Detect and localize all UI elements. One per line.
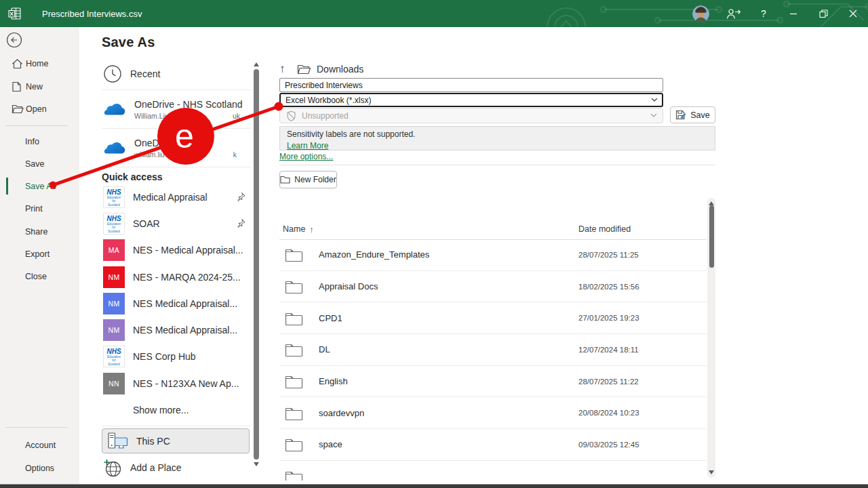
new-folder-button[interactable]: New Folder bbox=[279, 171, 337, 188]
window-title: Prescribed Interviews.csv bbox=[42, 0, 142, 27]
sidebar-item-save-as[interactable]: Save As bbox=[0, 175, 79, 197]
folder-icon bbox=[285, 342, 303, 357]
scrollbar-thumb[interactable] bbox=[709, 205, 714, 268]
places-scrollbar[interactable] bbox=[253, 62, 259, 479]
scrollbar-thumb[interactable] bbox=[254, 69, 259, 460]
learn-more-link[interactable]: Learn More bbox=[287, 141, 328, 150]
place-onedrive-nhs[interactable]: OneDrive - NHS Scotland William.Liu uk bbox=[103, 89, 250, 128]
save-location-panel: ↑ Downloads Excel Workbook (*.xlsx) Unsu… bbox=[279, 27, 715, 484]
add-place-globe-icon bbox=[103, 459, 122, 477]
sensitivity-dropdown: Unsupported bbox=[279, 108, 663, 123]
file-type-dropdown[interactable]: Excel Workbook (*.xlsx) bbox=[279, 93, 663, 107]
table-row[interactable]: space 09/03/2025 12:45 bbox=[279, 429, 707, 461]
folder-icon bbox=[285, 311, 303, 325]
sidebar-item-account[interactable]: Account bbox=[0, 434, 79, 456]
file-list-scrollbar[interactable] bbox=[707, 198, 715, 478]
folder-icon bbox=[285, 374, 303, 388]
site-tile-icon: NM bbox=[103, 266, 125, 288]
place-label: OneDrive - NHS Scotland bbox=[134, 99, 243, 110]
sidebar-item-open[interactable]: Open bbox=[0, 98, 79, 120]
home-icon bbox=[12, 58, 24, 69]
sensitivity-message: Sensitivity labels are not supported. bbox=[287, 129, 708, 139]
table-row[interactable]: Appraisal Docs 18/02/2025 15:56 bbox=[279, 271, 707, 303]
quick-access-item[interactable]: MA NES - Medical Appraisal... bbox=[103, 237, 250, 263]
table-row-partial[interactable] bbox=[279, 461, 707, 481]
site-tile-icon: NN bbox=[103, 373, 125, 394]
place-recent[interactable]: Recent bbox=[103, 58, 250, 89]
pin-icon[interactable] bbox=[236, 218, 245, 228]
this-pc-icon bbox=[108, 432, 128, 450]
pin-icon[interactable] bbox=[236, 192, 245, 202]
current-folder-label[interactable]: Downloads bbox=[317, 64, 363, 75]
share-icon[interactable] bbox=[719, 0, 749, 27]
sidebar-item-new[interactable]: New bbox=[0, 75, 79, 98]
sidebar-item-home[interactable]: Home bbox=[0, 52, 79, 75]
account-avatar[interactable] bbox=[692, 5, 709, 22]
nhs-logo-icon: NHSEducationforScotland bbox=[103, 186, 125, 208]
clock-icon bbox=[103, 64, 122, 83]
divider bbox=[279, 165, 715, 165]
restore-button[interactable] bbox=[808, 0, 838, 27]
save-button[interactable]: Save bbox=[670, 106, 715, 123]
sidebar-divider bbox=[5, 427, 68, 428]
sidebar-item-info[interactable]: Info bbox=[0, 130, 79, 152]
chevron-down-icon bbox=[651, 114, 656, 117]
sidebar-item-print[interactable]: Print bbox=[0, 197, 79, 220]
place-account-email: William.Liu uk bbox=[134, 112, 240, 120]
column-header-date[interactable]: Date modified bbox=[578, 224, 631, 234]
place-label: OneDrive bbox=[134, 138, 174, 148]
sidebar-item-share[interactable]: Share bbox=[0, 220, 79, 243]
sidebar-item-save[interactable]: Save bbox=[0, 152, 79, 175]
file-list: Amazon_Endure_Templates 28/07/2025 11:25… bbox=[279, 239, 707, 481]
place-add-a-place[interactable]: Add a Place bbox=[103, 454, 250, 481]
excel-app-icon bbox=[8, 7, 21, 20]
sensitivity-info-box: Sensitivity labels are not supported. Le… bbox=[279, 126, 715, 150]
quick-access-header: Quick access bbox=[102, 171, 163, 182]
show-more-link[interactable]: Show more... bbox=[133, 396, 189, 424]
minimize-button[interactable] bbox=[778, 0, 808, 27]
back-button[interactable] bbox=[6, 32, 22, 48]
table-row[interactable]: soardevvpn 20/08/2024 10:23 bbox=[279, 397, 707, 429]
sidebar-item-close[interactable]: Close bbox=[0, 265, 79, 287]
more-options-link[interactable]: More options... bbox=[279, 152, 333, 161]
quick-access-item[interactable]: NHSEducationforScotland NES Corp Hub bbox=[103, 343, 250, 369]
site-tile-icon: NM bbox=[103, 319, 125, 341]
chevron-down-icon bbox=[652, 98, 657, 102]
breadcrumb: ↑ Downloads bbox=[279, 61, 363, 77]
quick-access-item[interactable]: NN NES - N123XA New Ap... bbox=[103, 370, 250, 396]
sensitivity-shield-icon bbox=[286, 110, 296, 121]
table-row[interactable]: Amazon_Endure_Templates 28/07/2025 11:25 bbox=[279, 239, 707, 271]
table-row[interactable]: English 28/07/2025 11:22 bbox=[279, 366, 707, 398]
onedrive-cloud-icon bbox=[103, 102, 126, 117]
place-this-pc[interactable]: This PC bbox=[102, 428, 250, 453]
sidebar-item-export[interactable]: Export bbox=[0, 243, 79, 265]
folder-icon bbox=[285, 247, 303, 262]
quick-access-item[interactable]: NHSEducationforScotland Medical Appraisa… bbox=[103, 184, 250, 210]
open-folder-icon bbox=[297, 64, 311, 75]
nhs-logo-icon: NHSEducationforScotland bbox=[103, 213, 125, 235]
sidebar-item-options[interactable]: Options bbox=[0, 457, 79, 479]
file-table-header: Name ↑ Date modified bbox=[279, 219, 707, 239]
quick-access-item[interactable]: NM NES Medical Appraisal... bbox=[103, 290, 250, 317]
table-row[interactable]: CPD1 27/01/2025 19:23 bbox=[279, 302, 707, 334]
close-button[interactable] bbox=[838, 0, 868, 27]
place-onedrive-personal[interactable]: OneDrive william.liu k bbox=[103, 128, 250, 167]
sort-ascending-icon: ↑ bbox=[309, 224, 314, 235]
taskbar-edge bbox=[0, 484, 868, 488]
nhs-logo-icon: NHSEducationforScotland bbox=[103, 346, 125, 367]
quick-access-item[interactable]: NHSEducationforScotland SOAR bbox=[103, 210, 250, 237]
title-bar: Prescribed Interviews.csv ? bbox=[0, 0, 868, 27]
quick-access-item[interactable]: NM NES Medical Appraisal... bbox=[103, 317, 250, 343]
onedrive-cloud-icon bbox=[103, 140, 126, 155]
page-title: Save As bbox=[102, 35, 155, 50]
scroll-up-arrow[interactable] bbox=[254, 62, 259, 66]
scroll-down-arrow[interactable] bbox=[254, 462, 259, 466]
help-button[interactable]: ? bbox=[749, 0, 778, 27]
column-header-name[interactable]: Name ↑ bbox=[283, 224, 314, 235]
table-row[interactable]: DL 12/07/2024 18:11 bbox=[279, 334, 707, 366]
save-floppy-icon bbox=[675, 110, 686, 120]
filename-input[interactable] bbox=[279, 78, 663, 92]
scroll-down-arrow[interactable] bbox=[709, 470, 714, 474]
up-directory-icon[interactable]: ↑ bbox=[279, 62, 297, 76]
quick-access-item[interactable]: NM NES - MARQA 2024-25... bbox=[103, 264, 250, 290]
